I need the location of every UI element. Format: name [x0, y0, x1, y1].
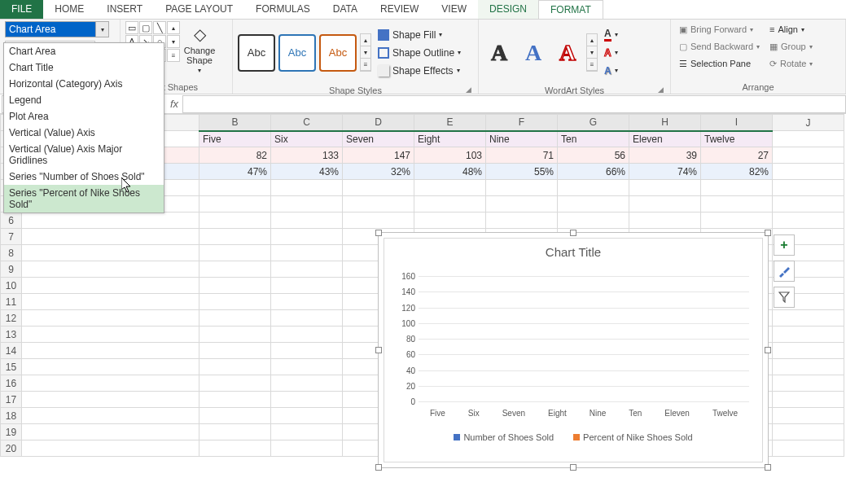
- row-header[interactable]: 19: [1, 424, 22, 440]
- row-header[interactable]: 10: [1, 278, 22, 294]
- col-header-c[interactable]: C: [271, 115, 343, 131]
- cell[interactable]: [271, 359, 343, 375]
- cell[interactable]: [773, 424, 844, 440]
- row-header[interactable]: 6: [1, 213, 22, 229]
- cell[interactable]: [271, 327, 343, 343]
- chart-resize-handle[interactable]: [375, 230, 382, 236]
- col-header-i[interactable]: I: [701, 115, 773, 131]
- chart-element-option[interactable]: Chart Title: [4, 59, 164, 76]
- tab-formulas[interactable]: FORMULAS: [244, 0, 322, 19]
- row-header[interactable]: 14: [1, 343, 22, 359]
- cell[interactable]: 133: [271, 147, 343, 164]
- fx-label[interactable]: fx: [166, 98, 182, 110]
- cell[interactable]: [701, 213, 773, 229]
- cell[interactable]: [271, 310, 343, 327]
- chart-resize-handle[interactable]: [375, 464, 382, 471]
- cell[interactable]: [22, 310, 199, 327]
- cell[interactable]: [773, 310, 844, 327]
- rotate-button[interactable]: ⟳Rotate▾: [766, 55, 816, 72]
- cell[interactable]: [199, 343, 271, 359]
- tab-view[interactable]: VIEW: [430, 0, 478, 19]
- row-header[interactable]: 9: [1, 261, 22, 278]
- chart-element-option[interactable]: Plot Area: [4, 108, 164, 125]
- chart-resize-handle[interactable]: [765, 347, 771, 353]
- chart-elements-button[interactable]: +: [774, 234, 795, 256]
- cell[interactable]: [343, 213, 414, 229]
- shape-rect-icon[interactable]: ▭: [125, 21, 138, 34]
- cell[interactable]: [22, 392, 199, 408]
- col-header-e[interactable]: E: [414, 115, 486, 131]
- cell[interactable]: [199, 294, 271, 310]
- cell[interactable]: [271, 261, 343, 278]
- cell[interactable]: [22, 440, 199, 457]
- cell[interactable]: [199, 440, 271, 457]
- chart-title[interactable]: Chart Title: [384, 239, 762, 262]
- cell[interactable]: [701, 196, 773, 213]
- shape-style-preset-2[interactable]: Abc: [278, 34, 316, 72]
- cell[interactable]: [271, 180, 343, 196]
- cell[interactable]: 39: [629, 147, 701, 164]
- chart-filter-button[interactable]: [774, 287, 795, 308]
- cell[interactable]: [22, 213, 199, 229]
- cell[interactable]: [22, 245, 199, 261]
- cell[interactable]: [199, 310, 271, 327]
- cell[interactable]: [414, 213, 486, 229]
- chart-resize-handle[interactable]: [765, 464, 771, 471]
- cell[interactable]: [22, 327, 199, 343]
- cell[interactable]: [773, 440, 844, 457]
- cell[interactable]: [414, 180, 486, 196]
- cell[interactable]: [199, 408, 271, 424]
- cell[interactable]: [701, 180, 773, 196]
- chart-element-selector[interactable]: Chart Area ▾: [5, 21, 109, 37]
- cell[interactable]: [22, 375, 199, 392]
- wordart-more[interactable]: ▴▾≡: [586, 33, 598, 72]
- tab-home[interactable]: HOME: [43, 0, 95, 19]
- shape-fill-button[interactable]: Shape Fill▾: [375, 27, 464, 43]
- row-header[interactable]: 12: [1, 310, 22, 327]
- cell[interactable]: [486, 180, 558, 196]
- row-header[interactable]: 16: [1, 375, 22, 392]
- col-header-f[interactable]: F: [486, 115, 558, 131]
- cell[interactable]: [199, 359, 271, 375]
- cell[interactable]: [199, 278, 271, 294]
- chart-element-option[interactable]: Legend: [4, 92, 164, 108]
- cell[interactable]: Twelve: [701, 131, 773, 147]
- change-shape-button[interactable]: ◇ Change Shape ▾: [183, 21, 216, 74]
- cell[interactable]: [486, 196, 558, 213]
- cell[interactable]: 82%: [701, 164, 773, 180]
- cell[interactable]: [199, 213, 271, 229]
- chart-resize-handle[interactable]: [375, 347, 382, 353]
- cell[interactable]: [629, 180, 701, 196]
- shape-gallery-more-2[interactable]: ▾: [167, 35, 180, 48]
- chart-resize-handle[interactable]: [570, 230, 576, 236]
- cell[interactable]: 82: [199, 147, 271, 164]
- cell[interactable]: [22, 278, 199, 294]
- cell[interactable]: [22, 229, 199, 245]
- chart-object[interactable]: Chart Title 020406080100120140160 FiveSi…: [378, 232, 769, 468]
- chart-element-option[interactable]: Horizontal (Category) Axis: [4, 76, 164, 92]
- chart-element-selector-dropdown-btn[interactable]: ▾: [96, 21, 109, 37]
- cell[interactable]: [629, 213, 701, 229]
- cell[interactable]: [773, 164, 844, 180]
- wordart-preset-3[interactable]: A: [552, 37, 583, 68]
- cell[interactable]: [773, 375, 844, 392]
- cell[interactable]: [22, 424, 199, 440]
- shape-outline-button[interactable]: Shape Outline▾: [375, 45, 464, 61]
- shape-line-icon[interactable]: ╲: [153, 21, 166, 34]
- text-fill-button[interactable]: A▾: [601, 27, 621, 43]
- tab-file[interactable]: FILE: [0, 0, 43, 19]
- cell[interactable]: [22, 294, 199, 310]
- cell[interactable]: 74%: [629, 164, 701, 180]
- cell[interactable]: [486, 213, 558, 229]
- col-header-b[interactable]: B: [199, 115, 271, 131]
- row-header[interactable]: 7: [1, 229, 22, 245]
- cell[interactable]: Nine: [486, 131, 558, 147]
- cell[interactable]: [199, 261, 271, 278]
- cell[interactable]: [773, 131, 844, 147]
- cell[interactable]: [271, 343, 343, 359]
- shape-style-preset-3[interactable]: Abc: [319, 34, 357, 72]
- legend-item-1[interactable]: Number of Shoes Sold: [454, 432, 554, 442]
- wordart-launcher[interactable]: ◢: [484, 85, 664, 94]
- chart-plot-area[interactable]: 020406080100120140160: [419, 276, 749, 401]
- shape-style-preset-1[interactable]: Abc: [238, 34, 275, 72]
